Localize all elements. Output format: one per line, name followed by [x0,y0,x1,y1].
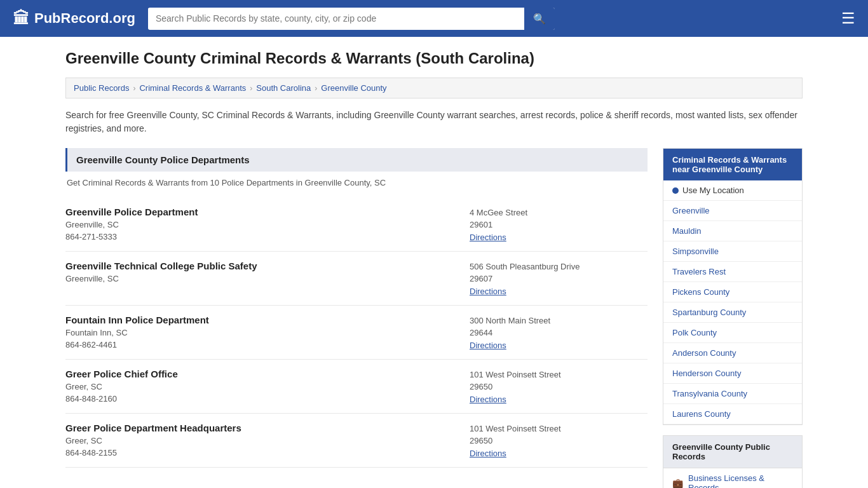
breadcrumb-sep-3: › [315,84,317,93]
breadcrumb-south-carolina[interactable]: South Carolina [256,83,311,93]
list-item: Travelers Rest [663,262,802,282]
table-row: Greer Police Chief Office Greer, SC 864-… [65,360,648,414]
directions-link[interactable]: Directions [470,395,506,404]
list-item: Mauldin [663,221,802,241]
menu-button[interactable]: ☰ [841,10,855,27]
list-item: Simpsonville [663,241,802,262]
business-licenses-link[interactable]: 💼 Business Licenses & Records [663,468,802,488]
search-bar: 🔍 [148,8,555,30]
logo[interactable]: 🏛 PubRecord.org [13,9,135,29]
nearby-polk-county[interactable]: Polk County [663,323,802,342]
list-item: Polk County [663,323,802,343]
page-title: Greenville County Criminal Records & War… [65,50,803,67]
list-item: Use My Location [663,180,802,201]
dept-street: 506 South Pleasantburg Drive [470,262,648,271]
nearby-mauldin[interactable]: Mauldin [663,221,802,241]
dept-phone: 864-862-4461 [65,340,470,349]
dept-name: Greenville Technical College Public Safe… [65,261,470,271]
nearby-title: Criminal Records & Warrants near Greenvi… [663,149,802,180]
list-item: Greenville [663,201,802,221]
list-item: Spartanburg County [663,302,802,323]
breadcrumb-sep-1: › [133,84,135,93]
list-item: Transylvania County [663,384,802,404]
table-row: Greenville Police Department Greenville,… [65,198,648,252]
logo-text: PubRecord.org [34,10,135,27]
dept-name: Fountain Inn Police Department [65,315,470,325]
directions-link[interactable]: Directions [470,287,506,296]
header: 🏛 PubRecord.org 🔍 ☰ [0,0,868,37]
location-icon [672,187,679,194]
dept-info: Greer Police Department Headquarters Gre… [65,423,470,458]
dept-zip: 29650 [470,436,648,445]
main-container: Greenville County Criminal Records & War… [53,37,815,488]
directions-link[interactable]: Directions [470,341,506,350]
dept-street: 101 West Poinsett Street [470,370,648,379]
dept-name: Greenville Police Department [65,207,470,217]
list-item: Pickens County [663,282,802,302]
list-item: Anderson County [663,343,802,363]
breadcrumb-criminal-records[interactable]: Criminal Records & Warrants [139,83,246,93]
nearby-list: Use My Location Greenville Mauldin Simps… [663,180,802,424]
dept-zip: 29601 [470,220,648,229]
nearby-pickens-county[interactable]: Pickens County [663,282,802,302]
dept-name: Greer Police Department Headquarters [65,423,470,433]
sidebar: Criminal Records & Warrants near Greenvi… [663,148,803,488]
breadcrumb-public-records[interactable]: Public Records [74,83,129,93]
nearby-laurens-county[interactable]: Laurens County [663,404,802,424]
logo-icon: 🏛 [13,9,29,29]
content-left: Greenville County Police Departments Get… [65,148,648,468]
dept-name: Greer Police Chief Office [65,369,470,379]
nearby-travelers-rest[interactable]: Travelers Rest [663,262,802,281]
nearby-spartanburg-county[interactable]: Spartanburg County [663,302,802,322]
breadcrumb-greenville-county[interactable]: Greenville County [321,83,386,93]
nearby-box: Criminal Records & Warrants near Greenvi… [663,148,803,425]
nearby-anderson-county[interactable]: Anderson County [663,343,802,363]
dept-phone: 864-848-2155 [65,448,470,458]
dept-address-col: 101 West Poinsett Street 29650 Direction… [470,369,648,404]
dept-city: Greenville, SC [65,220,470,229]
dept-zip: 29607 [470,274,648,283]
dept-city: Greenville, SC [65,274,470,283]
table-row: Greenville Technical College Public Safe… [65,252,648,306]
dept-zip: 29644 [470,328,648,337]
business-licenses-label: Business Licenses & Records [688,473,793,488]
police-section-desc: Get Criminal Records & Warrants from 10 … [65,178,648,187]
table-row: Fountain Inn Police Department Fountain … [65,306,648,360]
public-records-title: Greenville County Public Records [663,436,802,468]
nearby-henderson-county[interactable]: Henderson County [663,363,802,383]
dept-city: Fountain Inn, SC [65,328,470,337]
page-description: Search for free Greenville County, SC Cr… [65,109,803,135]
dept-street: 300 North Main Street [470,316,648,325]
use-location-link[interactable]: Use My Location [663,180,802,200]
main-content: Greenville County Police Departments Get… [65,148,803,488]
dept-address-col: 101 West Poinsett Street 29650 Direction… [470,423,648,458]
search-button[interactable]: 🔍 [524,8,555,30]
dept-info: Fountain Inn Police Department Fountain … [65,315,470,349]
briefcase-icon: 💼 [672,478,683,488]
breadcrumb-sep-2: › [250,84,252,93]
dept-zip: 29650 [470,382,648,391]
use-location-label: Use My Location [682,186,744,195]
dept-phone: 864-271-5333 [65,232,470,241]
dept-address-col: 4 McGee Street 29601 Directions [470,207,648,242]
breadcrumb: Public Records › Criminal Records & Warr… [65,78,803,98]
dept-city: Greer, SC [65,436,470,445]
nearby-simpsonville[interactable]: Simpsonville [663,241,802,261]
nearby-greenville[interactable]: Greenville [663,201,802,220]
dept-city: Greer, SC [65,382,470,391]
nearby-transylvania-county[interactable]: Transylvania County [663,384,802,403]
dept-info: Greer Police Chief Office Greer, SC 864-… [65,369,470,403]
dept-address-col: 300 North Main Street 29644 Directions [470,315,648,350]
dept-street: 101 West Poinsett Street [470,424,648,433]
police-section-header: Greenville County Police Departments [65,148,648,172]
list-item: Henderson County [663,363,802,384]
dept-info: Greenville Police Department Greenville,… [65,207,470,241]
dept-phone: 864-848-2160 [65,394,470,403]
public-records-box: Greenville County Public Records 💼 Busin… [663,435,803,488]
dept-street: 4 McGee Street [470,208,648,217]
table-row: Greer Police Department Headquarters Gre… [65,414,648,468]
directions-link[interactable]: Directions [470,233,506,242]
list-item: Laurens County [663,404,802,424]
directions-link[interactable]: Directions [470,449,506,458]
search-input[interactable] [148,8,524,29]
